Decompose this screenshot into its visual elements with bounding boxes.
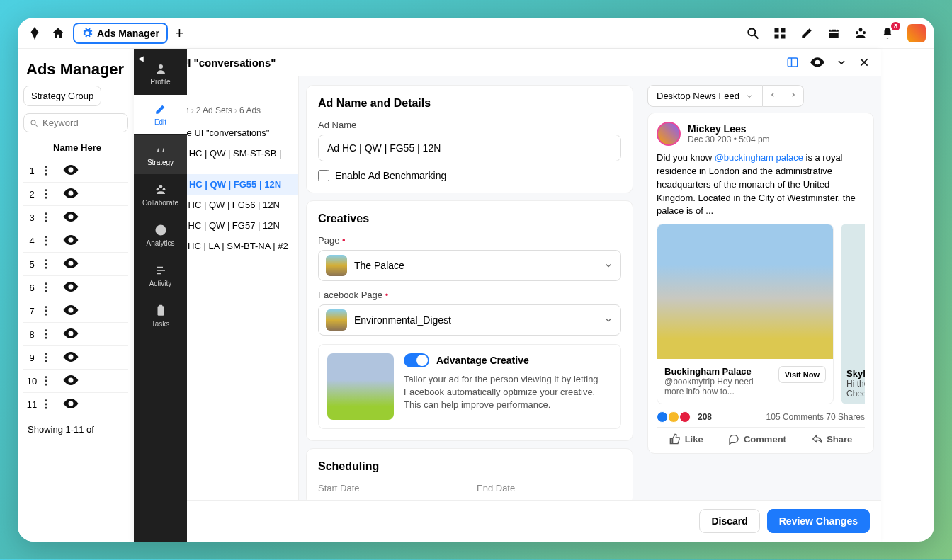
column-header-name: Name Here [23,137,128,159]
post-avatar [657,122,681,146]
svg-line-1 [755,35,759,38]
prev-button[interactable] [763,85,783,107]
row-menu-icon[interactable] [45,282,56,292]
svg-point-10 [859,28,863,31]
comment-button[interactable]: Comment [728,433,786,445]
advantage-image [327,353,394,420]
add-tab-icon[interactable]: + [175,24,184,42]
carousel-card-2[interactable]: Skyline Hi there, Check out [841,224,865,404]
user-avatar[interactable] [907,24,926,42]
carousel-image-1 [657,224,833,359]
fbpage-select[interactable]: Environmental_Digest [318,304,621,336]
advantage-creative-box: Advantage Creative Tailor your ad for th… [318,344,621,429]
table-row[interactable]: 3 [23,205,128,229]
keyword-search[interactable] [23,113,128,132]
visibility-icon[interactable] [63,212,79,223]
table-row[interactable]: 8 [23,322,128,345]
table-row[interactable]: 10 [23,369,128,392]
preview-eye-icon[interactable] [810,57,824,67]
visibility-icon[interactable] [63,282,79,293]
calendar-icon[interactable] [827,26,841,40]
comments-shares: 105 Comments 70 Shares [766,412,865,422]
advantage-toggle[interactable] [404,353,429,367]
visibility-icon[interactable] [63,352,79,363]
strategy-group-chip[interactable]: Strategy Group [23,86,101,106]
review-changes-button[interactable]: Review Changes [767,509,870,533]
svg-rect-3 [781,28,786,32]
table-row[interactable]: 4 [23,229,128,252]
rail-strategy[interactable]: Strategy [134,135,187,174]
app-window: Ads Manager + 8 Ads Manager Strategy Gro… [18,18,934,542]
like-button[interactable]: Like [669,433,703,445]
visibility-icon[interactable] [63,165,79,176]
row-menu-icon[interactable] [45,306,56,316]
search-icon[interactable] [746,26,760,40]
adname-label: Ad Name [318,120,621,130]
visit-now-button[interactable]: Visit Now [778,366,826,383]
row-menu-icon[interactable] [45,353,56,362]
row-menu-icon[interactable] [45,376,56,386]
svg-point-37 [45,333,47,336]
row-menu-icon[interactable] [45,329,56,339]
table-row[interactable]: 7 [23,299,128,322]
row-menu-icon[interactable] [45,236,56,246]
table-row[interactable]: 1 [23,159,128,182]
rail-edit[interactable]: Edit [134,95,187,134]
rail-collaborate[interactable]: Collaborate [134,176,187,215]
visibility-icon[interactable] [63,305,79,316]
benchmark-checkbox[interactable]: Enable Ad Benchmarking [318,170,621,181]
visibility-icon[interactable] [63,399,79,410]
table-row[interactable]: 9 [23,345,128,369]
share-button[interactable]: Share [811,433,852,445]
compose-icon[interactable] [800,26,814,40]
rail-caret-icon[interactable]: ◀ [138,55,144,62]
carousel-card-1[interactable]: Buckingham Palace @bookmytrip Hey need m… [657,224,834,404]
table-row[interactable]: 5 [23,252,128,275]
svg-point-23 [45,220,47,222]
facebook-preview-card: Mickey Lees Dec 30 203 • 5:04 pm Did you… [647,113,874,454]
chevron-down-icon [604,315,613,325]
row-menu-icon[interactable] [45,166,56,176]
grid-icon[interactable] [773,26,787,40]
notifications-icon[interactable]: 8 [880,26,895,40]
rail-activity[interactable]: Activity [134,256,187,295]
table-row[interactable]: 6 [23,275,128,299]
app-tab[interactable]: Ads Manager [73,23,168,44]
row-menu-icon[interactable] [45,399,56,409]
row-menu-icon[interactable] [45,189,56,199]
visibility-icon[interactable] [63,258,79,270]
visibility-icon[interactable] [63,188,79,200]
rail-analytics[interactable]: Analytics [134,216,187,255]
page-title: Ads Manager [23,57,128,86]
section-scheduling-title: Scheduling [318,460,621,473]
svg-rect-7 [831,28,832,30]
next-button[interactable] [783,85,804,107]
page-thumbnail [326,255,347,276]
visibility-icon[interactable] [63,375,79,387]
rail-tasks[interactable]: Tasks [134,297,187,336]
table-row[interactable]: 11 [23,392,128,416]
keyword-input[interactable] [42,118,122,128]
discard-button[interactable]: Discard [699,509,759,533]
reaction-icons: 208 [657,411,712,423]
visibility-icon[interactable] [63,328,79,340]
page-select[interactable]: The Palace [318,250,621,281]
pagination-label: Showing 1-11 of [23,416,128,443]
table-row[interactable]: 2 [23,182,128,205]
svg-point-11 [856,31,858,34]
adname-input[interactable] [318,135,621,161]
svg-point-20 [45,197,47,199]
visibility-icon[interactable] [63,235,79,246]
row-menu-icon[interactable] [45,212,56,222]
feed-select[interactable]: Desktop News Feed [647,85,763,107]
post-mention[interactable]: @buckingham palace [715,152,803,163]
row-menu-icon[interactable] [45,259,56,269]
fbpage-thumbnail [326,309,347,331]
home-icon[interactable] [50,25,66,41]
panel-layout-icon[interactable] [786,56,799,69]
close-icon[interactable] [858,57,870,68]
chevron-down-icon[interactable] [836,57,847,68]
topbar: Ads Manager + 8 [18,18,934,49]
team-icon[interactable] [854,26,868,40]
editor-overlay: Space UI "conversations" 1 Campaign›2 Ad… [134,49,881,542]
